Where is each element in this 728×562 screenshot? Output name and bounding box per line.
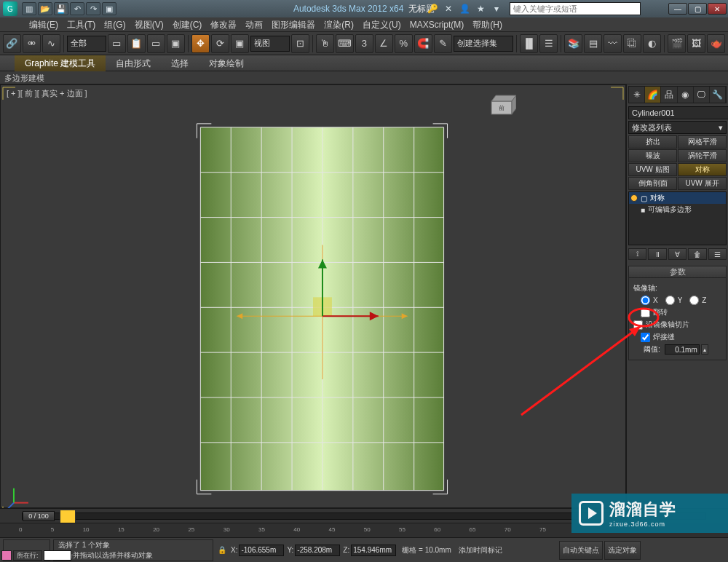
qa-workspace-icon[interactable]: ▣ xyxy=(102,2,116,15)
ref-coord-dropdown[interactable]: 视图 xyxy=(250,36,290,52)
rendered-frame-icon[interactable]: 🖼 xyxy=(687,34,705,53)
schematic-view-icon[interactable]: ⿻ xyxy=(623,34,641,53)
close-button[interactable]: ✕ xyxy=(708,3,727,15)
mod-turbosmooth-button[interactable]: 涡轮平滑 xyxy=(678,149,727,162)
axis-y-radio[interactable]: Y xyxy=(665,296,683,305)
mod-noise-button[interactable]: 噪波 xyxy=(628,149,677,162)
modifier-list-dropdown[interactable]: 修改器列表▾ xyxy=(628,121,727,134)
tab-hierarchy-icon[interactable]: 品 xyxy=(661,87,677,103)
dropdown-icon[interactable]: ▾ xyxy=(491,3,502,15)
mirror-icon[interactable]: ▐▌ xyxy=(520,34,538,53)
tab-graphite[interactable]: Graphite 建模工具 xyxy=(15,55,106,71)
selection-lock-icon[interactable] xyxy=(60,510,76,524)
menu-edit[interactable]: 编辑(E) xyxy=(25,17,63,31)
menu-help[interactable]: 帮助(H) xyxy=(468,17,507,31)
mod-extrude-button[interactable]: 挤出 xyxy=(628,135,677,149)
select-move-icon[interactable]: ✥ xyxy=(191,34,210,53)
params-header[interactable]: 参数 xyxy=(629,266,726,278)
selected-obj-button[interactable]: 选定对象 xyxy=(604,541,641,560)
render-icon[interactable]: 🫖 xyxy=(707,34,725,53)
unlink-icon[interactable]: ⚮ xyxy=(23,34,41,53)
flip-checkbox[interactable]: 翻转 xyxy=(641,307,668,317)
atline-input[interactable] xyxy=(44,550,71,561)
qa-new-icon[interactable]: ▥ xyxy=(22,2,36,15)
qa-redo-icon[interactable]: ↷ xyxy=(86,2,100,15)
rect-region-icon[interactable]: ▭ xyxy=(147,34,165,53)
angle-snap-icon[interactable]: ∠ xyxy=(375,34,393,53)
menu-modifiers[interactable]: 修改器 xyxy=(206,17,241,31)
pivot-center-icon[interactable]: ⊡ xyxy=(291,34,309,53)
tab-selection[interactable]: 选择 xyxy=(161,55,199,71)
menu-customize[interactable]: 自定义(U) xyxy=(358,17,405,31)
tab-motion-icon[interactable]: ◉ xyxy=(678,87,694,103)
pin-stack-icon[interactable]: ⟟ xyxy=(628,248,646,260)
configure-sets-icon[interactable]: ☰ xyxy=(708,248,727,260)
spinner-snap-icon[interactable]: 🧲 xyxy=(414,34,432,53)
weld-checkbox[interactable]: 焊接缝 xyxy=(641,332,675,342)
menu-animation[interactable]: 动画 xyxy=(241,17,267,31)
tab-freeform[interactable]: 自由形式 xyxy=(106,55,161,71)
selection-filter-dropdown[interactable]: 全部 xyxy=(67,36,106,52)
bind-spacewarp-icon[interactable]: ∿ xyxy=(42,34,60,53)
menu-grapheditors[interactable]: 图形编辑器 xyxy=(267,17,320,31)
favorite-icon[interactable]: ★ xyxy=(475,3,486,15)
subscription-icon[interactable]: 🔑 xyxy=(427,3,438,15)
exchange-icon[interactable]: ✕ xyxy=(443,3,454,15)
menu-group[interactable]: 组(G) xyxy=(100,17,130,31)
select-rotate-icon[interactable]: ⟳ xyxy=(211,34,229,53)
window-crossing-icon[interactable]: ▣ xyxy=(167,34,185,53)
tab-display-icon[interactable]: 🖵 xyxy=(694,87,710,103)
mod-symmetry-button[interactable]: 对称 xyxy=(678,163,727,176)
percent-snap-icon[interactable]: % xyxy=(395,34,413,53)
autokey-button[interactable]: 自动关键点 xyxy=(559,541,603,560)
layer-manager-icon[interactable]: 📚 xyxy=(564,34,582,53)
maximize-button[interactable]: ▢ xyxy=(688,3,707,15)
search-input[interactable] xyxy=(510,3,640,15)
snap-toggle-icon[interactable]: 3 xyxy=(355,34,373,53)
tab-objectpaint[interactable]: 对象绘制 xyxy=(199,55,254,71)
tab-create-icon[interactable]: ✳ xyxy=(629,87,645,103)
spinner-up-icon[interactable]: ▴ xyxy=(701,344,708,355)
manipulate-icon[interactable]: 🖱 xyxy=(316,34,334,53)
viewport[interactable]: [ + ][ 前 ][ 真实 + 边面 ] xyxy=(0,84,626,508)
modifier-stack[interactable]: ▢ 对称 ■ 可编辑多边形 xyxy=(628,191,727,245)
app-icon[interactable]: G xyxy=(3,1,17,16)
qa-open-icon[interactable]: 📂 xyxy=(38,2,52,15)
axis-z-radio[interactable]: Z xyxy=(689,296,706,305)
visibility-bulb-icon[interactable] xyxy=(630,194,638,202)
remove-modifier-icon[interactable]: 🗑 xyxy=(688,248,706,260)
render-setup-icon[interactable]: 🎬 xyxy=(668,34,686,53)
qa-undo-icon[interactable]: ↶ xyxy=(70,2,84,15)
viewcube[interactable]: 前 xyxy=(487,91,516,120)
mod-bevelprofile-button[interactable]: 倒角剖面 xyxy=(628,177,677,190)
link-icon[interactable]: 🔗 xyxy=(3,34,21,53)
slice-checkbox[interactable]: 沿镜像轴切片 xyxy=(633,320,689,330)
axis-x-radio[interactable]: X xyxy=(641,296,658,305)
lock-icon[interactable]: 🔒 xyxy=(218,546,226,554)
stack-row-epoly[interactable]: ■ 可编辑多边形 xyxy=(629,204,726,215)
menu-maxscript[interactable]: MAXScript(M) xyxy=(405,17,469,31)
align-icon[interactable]: ☰ xyxy=(539,34,558,53)
time-slider-knob[interactable]: 0 / 100 xyxy=(23,511,55,521)
material-editor-icon[interactable]: ◐ xyxy=(643,34,661,53)
minimize-button[interactable]: — xyxy=(668,3,687,15)
ribbon-toggle-icon[interactable]: ▤ xyxy=(584,34,602,53)
coord-z-input[interactable] xyxy=(351,545,396,556)
menu-view[interactable]: 视图(V) xyxy=(130,17,168,31)
select-icon[interactable]: ▭ xyxy=(108,34,126,53)
object-name-input[interactable] xyxy=(628,106,728,119)
search-box[interactable] xyxy=(510,2,641,15)
qa-save-icon[interactable]: 💾 xyxy=(54,2,68,15)
signin-icon[interactable]: 👤 xyxy=(459,3,470,15)
tab-modify-icon[interactable]: 🌈 xyxy=(645,87,661,103)
menu-create[interactable]: 创建(C) xyxy=(168,17,207,31)
edit-selset-icon[interactable]: ✎ xyxy=(434,34,452,53)
menu-tools[interactable]: 工具(T) xyxy=(63,17,100,31)
coord-y-input[interactable] xyxy=(295,545,340,556)
menu-rendering[interactable]: 渲染(R) xyxy=(320,17,358,31)
mod-meshsmooth-button[interactable]: 网格平滑 xyxy=(678,135,727,149)
curve-editor-icon[interactable]: 〰 xyxy=(604,34,622,53)
tab-utilities-icon[interactable]: 🔧 xyxy=(710,87,726,103)
show-end-result-icon[interactable]: Ⅱ xyxy=(648,248,666,260)
stack-row-symmetry[interactable]: ▢ 对称 xyxy=(629,192,726,204)
